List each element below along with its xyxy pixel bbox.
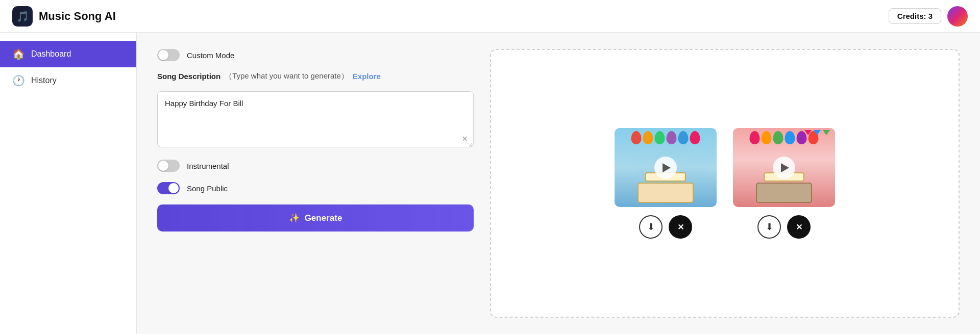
generate-icon: ✨ xyxy=(289,213,300,223)
share-x-button-1[interactable]: ✕ xyxy=(669,215,692,239)
instrumental-toggle[interactable] xyxy=(157,160,180,172)
balloon-green2 xyxy=(773,131,783,144)
header-left: 🎵 Music Song AI xyxy=(12,6,116,27)
download-icon-2: ⬇ xyxy=(766,221,773,233)
history-icon: 🕐 xyxy=(12,74,25,87)
video-actions-2: ⬇ ✕ xyxy=(757,215,811,239)
balloon-green xyxy=(655,131,665,144)
play-button-2[interactable] xyxy=(773,157,795,179)
download-button-1[interactable]: ⬇ xyxy=(639,215,663,239)
streamers xyxy=(804,130,830,135)
balloon-blue xyxy=(678,131,689,144)
song-description-input[interactable]: Happy Birthday For Bill xyxy=(157,91,474,147)
video-thumb-2 xyxy=(733,128,835,207)
x-icon-1: ✕ xyxy=(677,222,684,232)
flag-2 xyxy=(814,130,821,135)
clear-textarea-button[interactable]: × xyxy=(462,134,468,143)
textarea-wrap: Happy Birthday For Bill × xyxy=(157,91,474,149)
play-button-1[interactable] xyxy=(654,157,677,179)
video-card-1: ⬇ ✕ xyxy=(615,128,717,239)
main-content: Custom Mode Song Description （Type what … xyxy=(137,33,980,334)
song-description-section: Song Description （Type what you want to … xyxy=(157,71,474,81)
video-actions-1: ⬇ ✕ xyxy=(639,215,692,239)
song-public-row: Song Public xyxy=(157,182,474,194)
credits-badge: Credits: 3 xyxy=(889,8,941,24)
play-icon-1 xyxy=(663,163,671,172)
video-thumb-1 xyxy=(615,128,717,207)
play-icon-2 xyxy=(781,163,789,172)
sidebar-item-label-history: History xyxy=(31,76,57,85)
balloon-pink2 xyxy=(750,131,760,144)
video-card-2: ⬇ ✕ xyxy=(733,128,835,239)
left-panel: Custom Mode Song Description （Type what … xyxy=(157,49,474,318)
balloon-blue2 xyxy=(785,131,795,144)
custom-mode-label: Custom Mode xyxy=(187,51,234,60)
toggle-knob xyxy=(158,50,168,60)
song-public-toggle-knob xyxy=(168,183,179,193)
instrumental-label: Instrumental xyxy=(187,162,229,170)
custom-mode-row: Custom Mode xyxy=(157,49,474,61)
song-description-hint: （Type what you want to generate） xyxy=(225,71,349,81)
generate-button[interactable]: ✨ Generate xyxy=(157,204,474,232)
balloon-orange xyxy=(643,131,653,144)
layout: 🏠 Dashboard 🕐 History Custom Mode Song D… xyxy=(0,33,980,334)
song-description-label: Song Description xyxy=(157,72,220,81)
videos-row: ⬇ ✕ xyxy=(615,128,835,239)
cake-bottom-layer xyxy=(638,183,694,203)
download-button-2[interactable]: ⬇ xyxy=(757,215,781,239)
song-public-toggle[interactable] xyxy=(157,182,180,194)
explore-link[interactable]: Explore xyxy=(353,72,381,81)
song-public-label: Song Public xyxy=(187,184,228,193)
generate-label: Generate xyxy=(305,213,342,223)
instrumental-row: Instrumental xyxy=(157,160,474,172)
sidebar-item-dashboard[interactable]: 🏠 Dashboard xyxy=(0,41,136,67)
home-icon: 🏠 xyxy=(12,48,25,60)
balloon-purple xyxy=(667,131,677,144)
flag-3 xyxy=(823,130,830,135)
header-right: Credits: 3 xyxy=(889,6,968,27)
right-panel: ⬇ ✕ xyxy=(490,49,960,318)
sidebar-item-history[interactable]: 🕐 History xyxy=(0,67,136,94)
cake-bottom-layer-2 xyxy=(756,183,812,203)
download-icon-1: ⬇ xyxy=(647,221,655,233)
avatar[interactable] xyxy=(947,6,968,27)
app-title: Music Song AI xyxy=(39,10,116,23)
x-icon-2: ✕ xyxy=(796,222,802,232)
instrumental-toggle-knob xyxy=(158,161,168,171)
app-icon: 🎵 xyxy=(12,6,33,27)
balloon-orange2 xyxy=(762,131,772,144)
sidebar-item-label-dashboard: Dashboard xyxy=(31,49,71,59)
share-x-button-2[interactable]: ✕ xyxy=(787,215,811,239)
flag-1 xyxy=(804,130,812,135)
custom-mode-toggle[interactable] xyxy=(157,49,180,61)
sidebar: 🏠 Dashboard 🕐 History xyxy=(0,33,137,334)
balloon-pink xyxy=(690,131,700,144)
balloons-1 xyxy=(631,131,700,144)
balloon-red xyxy=(631,131,642,144)
app-header: 🎵 Music Song AI Credits: 3 xyxy=(0,0,980,33)
